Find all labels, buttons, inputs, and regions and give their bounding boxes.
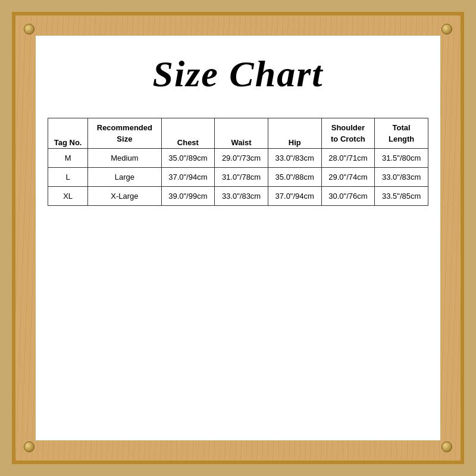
cell-waist: 29.0"/73cm (215, 149, 268, 168)
cell-tag: M (48, 149, 88, 168)
cell-total-length: 33.5"/85cm (375, 187, 428, 206)
col-header-waist: Waist (215, 118, 268, 149)
cell-hip: 33.0"/83cm (268, 149, 321, 168)
cell-total-length: 31.5"/80cm (375, 149, 428, 168)
col-header-total-top: Total (375, 118, 428, 134)
table-row: XLX-Large39.0"/99cm33.0"/83cm37.0"/94cm3… (48, 187, 428, 206)
cell-waist: 33.0"/83cm (215, 187, 268, 206)
table-row: LLarge37.0"/94cm31.0"/78cm35.0"/88cm29.0… (48, 168, 428, 187)
cell-size: Large (88, 168, 161, 187)
table-body: MMedium35.0"/89cm29.0"/73cm33.0"/83cm28.… (48, 149, 428, 206)
cell-shoulder-crotch: 30.0"/76cm (321, 187, 375, 206)
cell-chest: 39.0"/99cm (161, 187, 215, 206)
cell-tag: L (48, 168, 88, 187)
cell-hip: 35.0"/88cm (268, 168, 321, 187)
col-header-hip: Hip (268, 118, 321, 149)
table-row: MMedium35.0"/89cm29.0"/73cm33.0"/83cm28.… (48, 149, 428, 168)
col-header-shoulder-bottom: to Crotch (321, 133, 375, 149)
col-header-recommended-bottom: Size (88, 133, 161, 149)
outer-frame: Size Chart Tag No. Recommended Chest Wai… (12, 12, 464, 464)
bolt-top-left (24, 24, 35, 35)
cell-shoulder-crotch: 29.0"/74cm (321, 168, 375, 187)
bolt-bottom-left (24, 441, 35, 452)
cell-size: X-Large (88, 187, 161, 206)
cell-chest: 37.0"/94cm (161, 168, 215, 187)
cell-tag: XL (48, 187, 88, 206)
table-header-row-1: Tag No. Recommended Chest Waist Hip Shou… (48, 118, 428, 134)
page-title: Size Chart (152, 54, 323, 94)
bolt-bottom-right (441, 441, 452, 452)
cell-chest: 35.0"/89cm (161, 149, 215, 168)
col-header-recommended-top: Recommended (88, 118, 161, 134)
cell-hip: 37.0"/94cm (268, 187, 321, 206)
content-area: Size Chart Tag No. Recommended Chest Wai… (36, 36, 440, 440)
cell-shoulder-crotch: 28.0"/71cm (321, 149, 375, 168)
size-chart-table: Tag No. Recommended Chest Waist Hip Shou… (48, 118, 428, 206)
cell-waist: 31.0"/78cm (215, 168, 268, 187)
bolt-top-right (441, 24, 452, 35)
cell-total-length: 33.0"/83cm (375, 168, 428, 187)
col-header-tag: Tag No. (48, 118, 88, 149)
col-header-chest: Chest (161, 118, 215, 149)
col-header-total-bottom: Length (375, 133, 428, 149)
col-header-shoulder-top: Shoulder (321, 118, 375, 134)
cell-size: Medium (88, 149, 161, 168)
